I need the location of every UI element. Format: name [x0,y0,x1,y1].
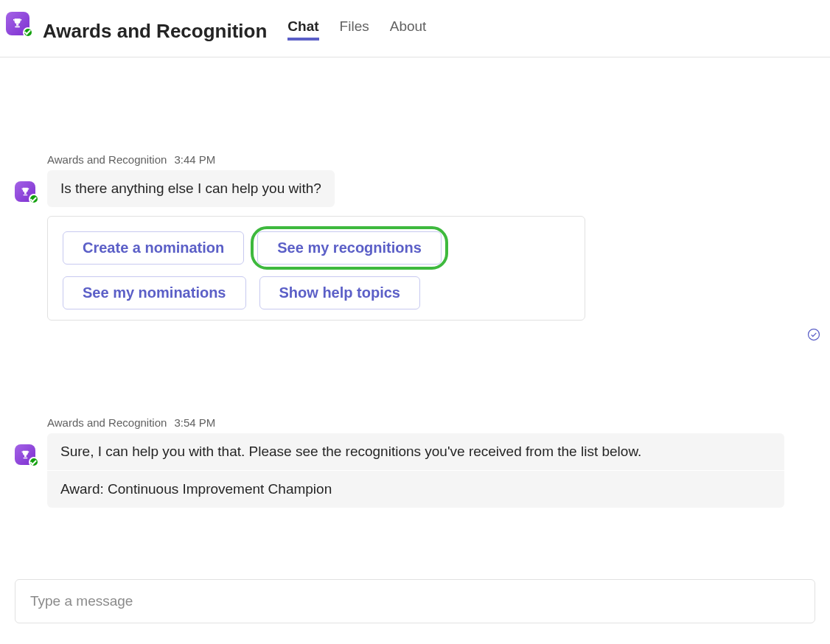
message-meta: Awards and Recognition 3:54 PM [47,416,784,429]
chat-area: Awards and Recognition 3:44 PM Is there … [0,57,830,644]
message-bubble: Sure, I can help you with that. Please s… [47,433,784,470]
page-title: Awards and Recognition [43,20,267,43]
message-group: Awards and Recognition 3:54 PM Sure, I c… [15,416,815,508]
tab-about[interactable]: About [390,18,427,41]
app-avatar [6,12,29,35]
read-receipt-icon [806,327,815,342]
message-meta: Awards and Recognition 3:44 PM [47,153,784,166]
create-nomination-button[interactable]: Create a nomination [63,231,244,265]
action-card: Create a nomination See my recognitions … [47,216,585,321]
presence-available-icon [29,194,39,204]
sender-avatar [15,444,35,465]
see-my-recognitions-button[interactable]: See my recognitions [257,231,442,265]
compose-area: Type a message [15,579,815,623]
tab-chat[interactable]: Chat [287,18,318,41]
message-bubble: Award: Continuous Improvement Champion [47,471,784,508]
button-label: See my recognitions [277,239,422,256]
message-input[interactable]: Type a message [15,579,815,623]
message-time: 3:54 PM [175,416,216,429]
presence-available-icon [29,457,39,467]
header-tabs: Chat Files About [287,6,426,57]
sender-name: Awards and Recognition [47,416,167,429]
message-group: Awards and Recognition 3:44 PM Is there … [15,153,815,321]
message-bubble: Is there anything else I can help you wi… [47,170,335,207]
message-time: 3:44 PM [175,153,216,166]
sender-avatar [15,181,35,202]
sender-name: Awards and Recognition [47,153,167,166]
see-my-nominations-button[interactable]: See my nominations [63,276,246,309]
show-help-topics-button[interactable]: Show help topics [259,276,420,309]
presence-available-icon [23,27,33,38]
chat-header: Awards and Recognition Chat Files About [0,0,830,57]
message-thread[interactable]: Awards and Recognition 3:44 PM Is there … [15,72,815,579]
tab-files[interactable]: Files [340,18,369,41]
